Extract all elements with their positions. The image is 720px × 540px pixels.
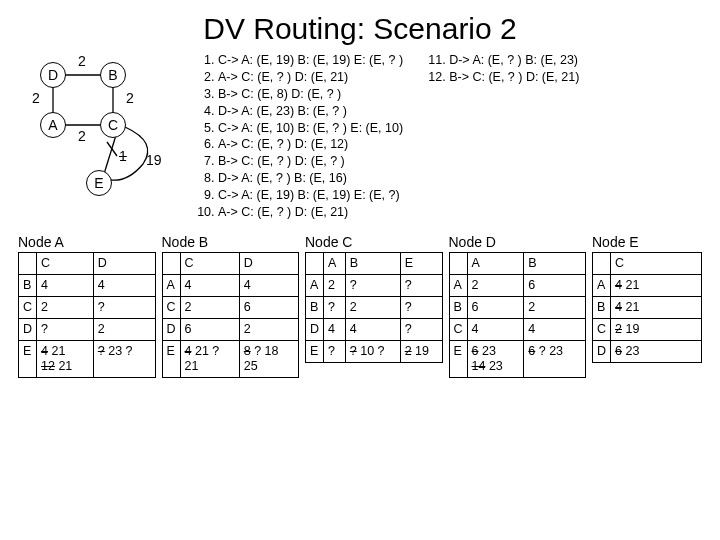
- update-steps: C-> A: (E, 19) B: (E, 19) E: (E, ? )A-> …: [196, 52, 702, 222]
- table-cell: 2: [524, 297, 586, 319]
- table-corner: [306, 253, 324, 275]
- table-row: D62: [162, 319, 299, 341]
- step-item: B-> C: (E, ? ) D: (E, ? ): [218, 153, 403, 170]
- row-header: A: [162, 275, 180, 297]
- table-cell: 2 19: [611, 319, 702, 341]
- routing-table: ABA26B62C44E6 2314 236 ? 23: [449, 252, 587, 378]
- table-cell: 4: [93, 275, 155, 297]
- table-cell: 4 21: [611, 297, 702, 319]
- table-row: C2 19: [593, 319, 702, 341]
- row-header: C: [593, 319, 611, 341]
- table-corner: [593, 253, 611, 275]
- table-cell: 6: [524, 275, 586, 297]
- col-header: C: [611, 253, 702, 275]
- table-cell: ?: [345, 275, 400, 297]
- col-header: C: [37, 253, 94, 275]
- table-cell: 4: [239, 275, 298, 297]
- node-b: B: [100, 62, 126, 88]
- table-cell: ?: [400, 275, 442, 297]
- table-row: B4 21: [593, 297, 702, 319]
- table-cell: 8 ? 1825: [239, 341, 298, 378]
- row-header: E: [306, 341, 324, 363]
- col-header: B: [524, 253, 586, 275]
- col-header: D: [93, 253, 155, 275]
- table-cell: 2: [93, 319, 155, 341]
- table-row: A2??: [306, 275, 443, 297]
- step-item: D-> A: (E, 23) B: (E, ? ): [218, 103, 403, 120]
- table-cell: ?: [324, 297, 346, 319]
- node-e: E: [86, 170, 112, 196]
- edge-ce-old-label: 1: [119, 148, 127, 164]
- routing-table: CA4 21B4 21C2 19D6 23: [592, 252, 702, 363]
- step-item: A-> C: (E, ? ) D: (E, 12): [218, 136, 403, 153]
- table-name: Node B: [162, 234, 300, 250]
- table-cell: 4: [467, 319, 524, 341]
- row-header: D: [162, 319, 180, 341]
- table-corner: [449, 253, 467, 275]
- step-item: A-> C: (E, ? ) D: (E, 21): [218, 69, 403, 86]
- step-item: D-> A: (E, ? ) B: (E, 16): [218, 170, 403, 187]
- col-header: B: [345, 253, 400, 275]
- table-block-a: Node ACDB44C2?D?2E4 2112 21? 23 ?: [18, 234, 156, 378]
- row-header: E: [19, 341, 37, 378]
- table-cell: 6 23: [611, 341, 702, 363]
- svg-line-5: [107, 142, 117, 156]
- table-cell: 2: [345, 297, 400, 319]
- table-cell: 4 21: [611, 275, 702, 297]
- table-cell: 4: [324, 319, 346, 341]
- node-c: C: [100, 112, 126, 138]
- table-row: C2?: [19, 297, 156, 319]
- step-item: B-> C: (E, ? ) D: (E, 21): [449, 69, 579, 86]
- table-cell: ?: [400, 297, 442, 319]
- edge-ac-label: 2: [78, 128, 86, 144]
- table-cell: ?: [37, 319, 94, 341]
- table-row: B44: [19, 275, 156, 297]
- row-header: E: [449, 341, 467, 378]
- row-header: B: [306, 297, 324, 319]
- row-header: D: [306, 319, 324, 341]
- routing-table: CDA44C26D62E4 21 ?218 ? 1825: [162, 252, 300, 378]
- table-cell: 6 2314 23: [467, 341, 524, 378]
- edge-db-label: 2: [78, 53, 86, 69]
- table-corner: [162, 253, 180, 275]
- table-row: A4 21: [593, 275, 702, 297]
- row-header: C: [19, 297, 37, 319]
- routing-table: ABEA2??B?2?D44?E?? 10 ?2 19: [305, 252, 443, 363]
- table-name: Node C: [305, 234, 443, 250]
- upper-region: D B A C E 2 2 2 2 1 19 C-> A: (E, 19) B:…: [18, 52, 702, 222]
- col-header: D: [239, 253, 298, 275]
- step-item: C-> A: (E, 19) B: (E, 19) E: (E, ? ): [218, 52, 403, 69]
- step-item: D-> A: (E, ? ) B: (E, 23): [449, 52, 579, 69]
- table-cell: 4: [524, 319, 586, 341]
- table-cell: ?: [93, 297, 155, 319]
- table-cell: 2: [180, 297, 239, 319]
- table-row: B?2?: [306, 297, 443, 319]
- step-item: C-> A: (E, 19) B: (E, 19) E: (E, ?): [218, 187, 403, 204]
- table-cell: 2: [324, 275, 346, 297]
- steps-list-right: D-> A: (E, ? ) B: (E, 23)B-> C: (E, ? ) …: [427, 52, 579, 222]
- row-header: B: [593, 297, 611, 319]
- row-header: B: [19, 275, 37, 297]
- row-header: D: [593, 341, 611, 363]
- table-cell: 2: [467, 275, 524, 297]
- table-row: D44?: [306, 319, 443, 341]
- node-d: D: [40, 62, 66, 88]
- table-cell: 2: [37, 297, 94, 319]
- table-row: B62: [449, 297, 586, 319]
- page-title: DV Routing: Scenario 2: [18, 12, 702, 46]
- row-header: E: [162, 341, 180, 378]
- table-cell: 4 21 ?21: [180, 341, 239, 378]
- network-graph: D B A C E 2 2 2 2 1 19: [18, 52, 188, 222]
- table-cell: 2 19: [400, 341, 442, 363]
- col-header: E: [400, 253, 442, 275]
- table-row: A44: [162, 275, 299, 297]
- table-block-e: Node ECA4 21B4 21C2 19D6 23: [592, 234, 702, 363]
- edge-bc-label: 2: [126, 90, 134, 106]
- table-cell: ? 10 ?: [345, 341, 400, 363]
- table-row: E4 21 ?218 ? 1825: [162, 341, 299, 378]
- table-name: Node A: [18, 234, 156, 250]
- table-block-d: Node DABA26B62C44E6 2314 236 ? 23: [449, 234, 587, 378]
- col-header: A: [467, 253, 524, 275]
- table-cell: 6 ? 23: [524, 341, 586, 378]
- table-cell: 6: [180, 319, 239, 341]
